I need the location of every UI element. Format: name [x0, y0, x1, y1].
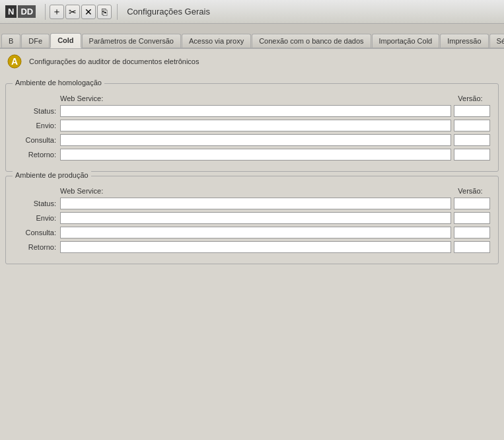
- homologacao-consulta-version[interactable]: [454, 134, 490, 146]
- logo-dd: DD: [18, 5, 36, 18]
- homologacao-status-version[interactable]: [454, 105, 490, 117]
- toolbar-separator: [45, 4, 46, 20]
- title-bar: N DD ＋ ✂ ✕ ⎘ Configurações Gerais: [0, 0, 504, 24]
- homologacao-envio-label: Envio:: [14, 122, 60, 129]
- producao-retorno-label: Retorno:: [14, 243, 60, 251]
- producao-status-version[interactable]: [454, 198, 490, 209]
- homologacao-envio-row: Envio:: [14, 120, 490, 131]
- scissors-button[interactable]: ✂: [65, 5, 80, 19]
- producao-consulta-input[interactable]: [60, 227, 451, 238]
- homologacao-status-input[interactable]: [60, 105, 451, 117]
- logo: N DD: [5, 5, 36, 18]
- tab-params[interactable]: Parâmetros de Conversão: [82, 34, 181, 48]
- homologacao-retorno-row: Retorno:: [14, 149, 490, 161]
- tab-proxy[interactable]: Acesso via proxy: [182, 34, 251, 48]
- window-title: Configurações Gerais: [127, 7, 210, 17]
- homologacao-envio-version[interactable]: [454, 120, 490, 131]
- producao-envio-input[interactable]: [60, 212, 451, 224]
- homologacao-group: Ambiente de homologação Web Service: Ver…: [5, 83, 499, 172]
- homologacao-retorno-input[interactable]: [60, 149, 451, 161]
- producao-legend: Ambiente de produção: [13, 171, 91, 179]
- tab-banco[interactable]: Conexão com o banco de dados: [252, 34, 371, 48]
- producao-envio-version[interactable]: [454, 212, 490, 224]
- homologacao-consulta-row: Consulta:: [14, 134, 490, 146]
- producao-group: Ambiente de produção Web Service: Versão…: [5, 176, 499, 264]
- logo-n: N: [5, 5, 17, 18]
- add-button[interactable]: ＋: [50, 5, 64, 19]
- producao-status-row: Status:: [14, 198, 490, 209]
- homologacao-header: Web Service: Versão:: [14, 94, 490, 102]
- homologacao-retorno-label: Retorno:: [14, 151, 60, 159]
- tab-cold[interactable]: Cold: [50, 33, 81, 48]
- producao-consulta-row: Consulta:: [14, 227, 490, 238]
- producao-status-label: Status:: [14, 200, 60, 207]
- producao-header: Web Service: Versão:: [14, 187, 490, 195]
- producao-consulta-label: Consulta:: [14, 229, 60, 237]
- cancel-button[interactable]: ✕: [81, 5, 96, 19]
- svg-text:A: A: [11, 56, 18, 67]
- homologacao-ver-header: Versão:: [450, 94, 490, 102]
- tab-importacao[interactable]: Importação Cold: [372, 34, 440, 48]
- info-description: Configurações do auditor de documentos e…: [29, 57, 199, 65]
- tab-bar: B DFe Cold Parâmetros de Conversão Acess…: [0, 24, 504, 49]
- homologacao-consulta-input[interactable]: [60, 134, 451, 146]
- producao-retorno-input[interactable]: [60, 241, 451, 253]
- homologacao-status-row: Status:: [14, 105, 490, 117]
- toolbar-separator-2: [117, 4, 118, 20]
- producao-retorno-row: Retorno:: [14, 241, 490, 253]
- tab-dfe[interactable]: DFe: [21, 34, 50, 48]
- homologacao-legend: Ambiente de homologação: [13, 79, 104, 87]
- producao-retorno-version[interactable]: [454, 241, 490, 253]
- producao-envio-label: Envio:: [14, 214, 60, 222]
- tab-b[interactable]: B: [1, 34, 20, 48]
- producao-envio-row: Envio:: [14, 212, 490, 224]
- tab-series[interactable]: Séries de c: [489, 34, 504, 48]
- info-icon: A: [5, 52, 24, 71]
- producao-ver-header: Versão:: [450, 187, 490, 195]
- homologacao-retorno-version[interactable]: [454, 149, 490, 161]
- homologacao-envio-input[interactable]: [60, 120, 451, 131]
- copy-button[interactable]: ⎘: [97, 5, 112, 19]
- main-content: Ambiente de homologação Web Service: Ver…: [0, 74, 504, 440]
- homologacao-ws-header: Web Service:: [60, 94, 450, 102]
- info-bar: A Configurações do auditor de documentos…: [0, 49, 504, 74]
- tab-impressao[interactable]: Impressão: [440, 34, 488, 48]
- producao-status-input[interactable]: [60, 198, 451, 209]
- homologacao-status-label: Status:: [14, 107, 60, 115]
- producao-consulta-version[interactable]: [454, 227, 490, 238]
- homologacao-consulta-label: Consulta:: [14, 136, 60, 144]
- producao-ws-header: Web Service:: [60, 187, 450, 195]
